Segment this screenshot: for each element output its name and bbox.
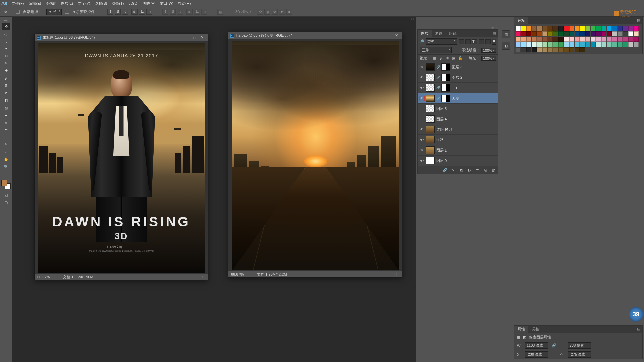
x-value[interactable]: -239 像素 <box>525 351 548 358</box>
color-swatch[interactable] <box>558 37 564 42</box>
color-swatch[interactable] <box>521 37 526 42</box>
link-layers-icon[interactable]: 🔗 <box>442 168 448 172</box>
add-mask-icon[interactable]: ◩ <box>459 168 464 172</box>
filter-smart-icon[interactable] <box>485 39 491 44</box>
layer-visibility-icon[interactable] <box>420 65 424 69</box>
history-brush-tool[interactable]: ↺ <box>2 89 10 97</box>
doc1-titlebar[interactable]: Ps 未标题-1.jpg @ 66.7%(RGB/8#) — □ ✕ <box>35 34 208 41</box>
tab-swatches[interactable]: 色板 <box>514 17 528 24</box>
color-swatch[interactable] <box>612 26 617 31</box>
color-swatch[interactable] <box>580 42 585 47</box>
color-swatch[interactable] <box>558 31 564 36</box>
filter-type-icon[interactable]: T <box>472 39 477 44</box>
color-swatch[interactable] <box>591 42 596 47</box>
fill-value[interactable]: 100% <box>481 56 496 61</box>
eraser-tool[interactable]: ◧ <box>2 97 10 104</box>
color-swatch[interactable] <box>601 37 606 42</box>
color-swatch[interactable] <box>526 42 531 47</box>
color-swatch[interactable] <box>580 47 585 52</box>
color-swatch[interactable] <box>553 26 558 31</box>
layer-mask-thumbnail[interactable] <box>441 84 450 92</box>
color-swatch[interactable] <box>532 42 537 47</box>
layer-row[interactable]: 道路 拷贝 <box>418 124 498 135</box>
panel-collapse-icon[interactable]: ◂◂ <box>491 26 494 29</box>
color-swatch[interactable] <box>569 37 574 42</box>
color-swatch[interactable] <box>634 26 639 31</box>
color-swatch[interactable] <box>564 31 569 36</box>
color-swatch[interactable] <box>607 42 612 47</box>
filter-adjust-icon[interactable] <box>465 39 471 44</box>
color-swatch[interactable] <box>607 26 612 31</box>
layer-name[interactable]: 图层 0 <box>436 158 447 163</box>
layer-visibility-icon[interactable] <box>420 158 424 163</box>
tab-paths[interactable]: 路径 <box>446 30 460 37</box>
h-value[interactable]: 738 像素 <box>568 342 591 349</box>
doc1-close-button[interactable]: ✕ <box>198 35 206 40</box>
color-swatch[interactable] <box>601 42 606 47</box>
color-swatch[interactable] <box>596 37 601 42</box>
color-swatch[interactable] <box>601 31 606 36</box>
doc2-status-menu-icon[interactable]: 〉 <box>396 272 399 277</box>
color-swatch[interactable] <box>526 47 531 52</box>
color-swatch[interactable] <box>601 26 606 31</box>
color-swatch[interactable] <box>521 42 526 47</box>
lock-transparency-icon[interactable]: ▦ <box>432 56 437 61</box>
healing-tool[interactable]: ✚ <box>2 67 10 74</box>
color-swatch[interactable] <box>623 26 628 31</box>
menu-view[interactable]: 视图(V) <box>143 1 156 6</box>
blur-tool[interactable]: ● <box>2 112 10 119</box>
tab-channels[interactable]: 通道 <box>432 30 446 37</box>
layer-row[interactable]: 🔗lou <box>418 83 498 93</box>
doc1-status-menu-icon[interactable]: 〉 <box>201 275 205 280</box>
color-swatch[interactable] <box>532 31 537 36</box>
quickmask-tool[interactable]: ◰ <box>2 192 10 199</box>
color-swatch[interactable] <box>516 47 521 52</box>
color-swatch[interactable] <box>634 31 639 36</box>
new-layer-icon[interactable]: ⎘ <box>483 168 488 172</box>
color-swatch[interactable] <box>526 37 531 42</box>
color-swatch[interactable] <box>628 37 633 42</box>
color-swatch[interactable] <box>558 42 564 47</box>
doc1-canvas[interactable]: DAWN IS JANUARY 21.2017 DAWN IS RISING 3… <box>35 41 208 274</box>
color-swatch[interactable] <box>553 47 558 52</box>
color-swatch[interactable] <box>516 31 521 36</box>
color-swatch[interactable] <box>553 42 558 47</box>
color-swatch[interactable] <box>558 47 564 52</box>
layer-thumbnail[interactable] <box>426 157 435 164</box>
menu-edit[interactable]: 编辑(E) <box>29 1 41 6</box>
layer-row[interactable]: 🔗图层 3 <box>418 62 498 72</box>
color-swatch[interactable] <box>569 42 574 47</box>
color-swatch[interactable] <box>526 31 531 36</box>
auto-align-icon[interactable]: ▦ <box>217 9 223 15</box>
stamp-tool[interactable]: ⧉ <box>2 82 10 89</box>
color-swatch[interactable] <box>532 26 537 31</box>
layer-thumbnail[interactable] <box>426 136 435 143</box>
layer-name[interactable]: 图层 4 <box>436 117 447 122</box>
menu-window[interactable]: 窗口(W) <box>160 1 173 6</box>
color-swatch[interactable] <box>564 37 569 42</box>
doc2-close-button[interactable]: ✕ <box>393 33 400 38</box>
layer-visibility-icon[interactable] <box>420 85 424 90</box>
menu-filter[interactable]: 滤镜(T) <box>112 1 124 6</box>
layer-row[interactable]: 图层 4 <box>418 114 498 124</box>
doc2-docinfo[interactable]: 文档:1.96M/42.2M <box>257 272 287 277</box>
layer-thumbnail[interactable] <box>426 146 435 154</box>
color-swatch[interactable] <box>612 31 617 36</box>
layer-thumbnail[interactable] <box>426 126 435 133</box>
crop-tool[interactable]: ✂ <box>2 53 10 60</box>
y-value[interactable]: -275 像素 <box>568 351 591 358</box>
eyedropper-tool[interactable]: ✎ <box>2 60 10 67</box>
layer-visibility-icon[interactable] <box>420 127 424 132</box>
color-swatch[interactable] <box>537 47 542 52</box>
color-swatch[interactable] <box>580 37 585 42</box>
panel-menu-icon[interactable]: ▤ <box>491 30 498 37</box>
color-swatch[interactable] <box>542 26 547 31</box>
layer-thumbnail[interactable] <box>426 115 435 123</box>
shape-tool[interactable]: ○ <box>2 148 10 156</box>
color-swatch[interactable] <box>618 26 623 31</box>
color-swatch[interactable] <box>526 26 531 31</box>
color-swatch[interactable] <box>628 26 633 31</box>
collapsed-panel-2-icon[interactable]: ◧ <box>502 42 510 50</box>
menu-file[interactable]: 文件(F) <box>12 1 24 6</box>
color-swatch[interactable] <box>548 37 553 42</box>
